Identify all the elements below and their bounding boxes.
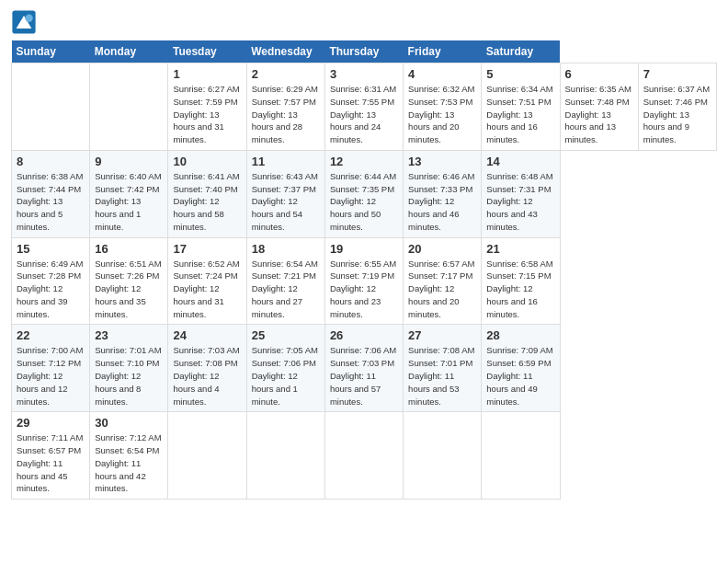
calendar-cell: 19Sunrise: 6:55 AMSunset: 7:19 PMDayligh… bbox=[324, 237, 403, 325]
day-info: Sunrise: 6:57 AMSunset: 7:17 PMDaylight:… bbox=[408, 258, 476, 321]
week-row-3: 15Sunrise: 6:49 AMSunset: 7:28 PMDayligh… bbox=[12, 237, 717, 325]
day-number: 14 bbox=[486, 155, 554, 168]
day-info: Sunrise: 6:43 AMSunset: 7:37 PMDaylight:… bbox=[252, 170, 320, 234]
day-info: Sunrise: 6:27 AMSunset: 7:59 PMDaylight:… bbox=[173, 83, 241, 146]
calendar-cell: 15Sunrise: 6:49 AMSunset: 7:28 PMDayligh… bbox=[12, 237, 90, 325]
calendar-cell: 12Sunrise: 6:44 AMSunset: 7:35 PMDayligh… bbox=[324, 150, 403, 237]
day-info: Sunrise: 6:58 AMSunset: 7:15 PMDaylight:… bbox=[486, 258, 554, 321]
day-number: 9 bbox=[95, 155, 163, 168]
day-number: 27 bbox=[408, 328, 476, 342]
calendar-cell: 1Sunrise: 6:27 AMSunset: 7:59 PMDaylight… bbox=[168, 63, 246, 151]
calendar-cell: 27Sunrise: 7:08 AMSunset: 7:01 PMDayligh… bbox=[404, 325, 482, 412]
day-info: Sunrise: 6:31 AMSunset: 7:55 PMDaylight:… bbox=[330, 83, 398, 146]
day-number: 15 bbox=[17, 242, 85, 256]
day-info: Sunrise: 6:55 AMSunset: 7:19 PMDaylight:… bbox=[330, 258, 398, 321]
calendar-cell: 8Sunrise: 6:38 AMSunset: 7:44 PMDaylight… bbox=[12, 150, 90, 237]
day-number: 22 bbox=[17, 328, 85, 342]
day-info: Sunrise: 7:05 AMSunset: 7:06 PMDaylight:… bbox=[252, 344, 320, 408]
page-header bbox=[11, 9, 717, 35]
calendar-cell: 29Sunrise: 7:11 AMSunset: 6:57 PMDayligh… bbox=[12, 412, 90, 500]
day-info: Sunrise: 6:49 AMSunset: 7:28 PMDaylight:… bbox=[17, 258, 85, 321]
day-info: Sunrise: 6:41 AMSunset: 7:40 PMDaylight:… bbox=[173, 170, 241, 234]
day-number: 6 bbox=[565, 67, 633, 81]
calendar-cell: 20Sunrise: 6:57 AMSunset: 7:17 PMDayligh… bbox=[404, 237, 482, 325]
calendar-cell: 17Sunrise: 6:52 AMSunset: 7:24 PMDayligh… bbox=[168, 237, 246, 325]
calendar-cell bbox=[90, 63, 168, 151]
logo-icon bbox=[11, 9, 37, 35]
day-number: 25 bbox=[252, 328, 320, 342]
day-info: Sunrise: 6:44 AMSunset: 7:35 PMDaylight:… bbox=[330, 170, 398, 234]
day-number: 11 bbox=[252, 155, 320, 168]
day-info: Sunrise: 7:11 AMSunset: 6:57 PMDaylight:… bbox=[17, 431, 85, 495]
header-row: SundayMondayTuesdayWednesdayThursdayFrid… bbox=[12, 40, 717, 63]
svg-point-2 bbox=[25, 15, 32, 22]
day-number: 29 bbox=[17, 416, 85, 430]
day-number: 5 bbox=[486, 67, 554, 81]
day-number: 2 bbox=[252, 67, 320, 81]
calendar-cell bbox=[168, 412, 246, 500]
calendar-cell: 11Sunrise: 6:43 AMSunset: 7:37 PMDayligh… bbox=[246, 150, 324, 237]
day-info: Sunrise: 6:38 AMSunset: 7:44 PMDaylight:… bbox=[17, 170, 85, 234]
col-header-friday: Friday bbox=[404, 40, 482, 63]
day-number: 13 bbox=[408, 155, 476, 168]
day-info: Sunrise: 7:06 AMSunset: 7:03 PMDaylight:… bbox=[330, 344, 398, 408]
calendar-cell: 28Sunrise: 7:09 AMSunset: 6:59 PMDayligh… bbox=[482, 325, 560, 412]
day-info: Sunrise: 7:01 AMSunset: 7:10 PMDaylight:… bbox=[95, 344, 163, 408]
calendar-cell bbox=[246, 412, 324, 500]
day-number: 10 bbox=[173, 155, 241, 168]
day-info: Sunrise: 6:48 AMSunset: 7:31 PMDaylight:… bbox=[486, 170, 554, 234]
day-number: 20 bbox=[408, 242, 476, 256]
col-header-thursday: Thursday bbox=[324, 40, 403, 63]
calendar-cell bbox=[404, 412, 482, 500]
day-number: 24 bbox=[173, 328, 241, 342]
week-row-5: 29Sunrise: 7:11 AMSunset: 6:57 PMDayligh… bbox=[12, 412, 717, 500]
day-info: Sunrise: 6:51 AMSunset: 7:26 PMDaylight:… bbox=[95, 258, 163, 321]
col-header-tuesday: Tuesday bbox=[168, 40, 246, 63]
calendar-cell: 9Sunrise: 6:40 AMSunset: 7:42 PMDaylight… bbox=[90, 150, 168, 237]
week-row-1: 1Sunrise: 6:27 AMSunset: 7:59 PMDaylight… bbox=[12, 63, 717, 151]
calendar-cell: 25Sunrise: 7:05 AMSunset: 7:06 PMDayligh… bbox=[246, 325, 324, 412]
logo bbox=[11, 9, 40, 35]
calendar-cell: 18Sunrise: 6:54 AMSunset: 7:21 PMDayligh… bbox=[246, 237, 324, 325]
day-info: Sunrise: 6:32 AMSunset: 7:53 PMDaylight:… bbox=[408, 83, 476, 146]
calendar-cell: 6Sunrise: 6:35 AMSunset: 7:48 PMDaylight… bbox=[560, 63, 638, 151]
day-number: 12 bbox=[330, 155, 398, 168]
day-number: 7 bbox=[643, 67, 711, 81]
day-info: Sunrise: 7:00 AMSunset: 7:12 PMDaylight:… bbox=[17, 344, 85, 408]
week-row-4: 22Sunrise: 7:00 AMSunset: 7:12 PMDayligh… bbox=[12, 325, 717, 412]
day-number: 26 bbox=[330, 328, 398, 342]
day-number: 1 bbox=[173, 67, 241, 81]
day-info: Sunrise: 7:03 AMSunset: 7:08 PMDaylight:… bbox=[173, 344, 241, 408]
col-header-wednesday: Wednesday bbox=[246, 40, 324, 63]
calendar-cell: 23Sunrise: 7:01 AMSunset: 7:10 PMDayligh… bbox=[90, 325, 168, 412]
day-number: 19 bbox=[330, 242, 398, 256]
day-number: 30 bbox=[95, 416, 163, 430]
calendar-cell: 14Sunrise: 6:48 AMSunset: 7:31 PMDayligh… bbox=[482, 150, 560, 237]
day-number: 23 bbox=[95, 328, 163, 342]
calendar-cell: 16Sunrise: 6:51 AMSunset: 7:26 PMDayligh… bbox=[90, 237, 168, 325]
day-info: Sunrise: 7:08 AMSunset: 7:01 PMDaylight:… bbox=[408, 344, 476, 408]
calendar-cell: 7Sunrise: 6:37 AMSunset: 7:46 PMDaylight… bbox=[638, 63, 716, 151]
day-number: 28 bbox=[486, 328, 554, 342]
col-header-monday: Monday bbox=[90, 40, 168, 63]
day-info: Sunrise: 6:37 AMSunset: 7:46 PMDaylight:… bbox=[643, 83, 711, 146]
day-number: 17 bbox=[173, 242, 241, 256]
calendar-cell bbox=[482, 412, 560, 500]
calendar-table: SundayMondayTuesdayWednesdayThursdayFrid… bbox=[11, 40, 717, 500]
col-header-sunday: Sunday bbox=[12, 40, 90, 63]
day-number: 3 bbox=[330, 67, 398, 81]
day-info: Sunrise: 6:35 AMSunset: 7:48 PMDaylight:… bbox=[565, 83, 633, 146]
day-info: Sunrise: 6:46 AMSunset: 7:33 PMDaylight:… bbox=[408, 170, 476, 234]
calendar-cell: 30Sunrise: 7:12 AMSunset: 6:54 PMDayligh… bbox=[90, 412, 168, 500]
col-header-saturday: Saturday bbox=[482, 40, 560, 63]
day-info: Sunrise: 7:09 AMSunset: 6:59 PMDaylight:… bbox=[486, 344, 554, 408]
week-row-2: 8Sunrise: 6:38 AMSunset: 7:44 PMDaylight… bbox=[12, 150, 717, 237]
calendar-cell bbox=[12, 63, 90, 151]
day-info: Sunrise: 6:34 AMSunset: 7:51 PMDaylight:… bbox=[486, 83, 554, 146]
calendar-cell: 5Sunrise: 6:34 AMSunset: 7:51 PMDaylight… bbox=[482, 63, 560, 151]
day-info: Sunrise: 7:12 AMSunset: 6:54 PMDaylight:… bbox=[95, 431, 163, 495]
day-number: 8 bbox=[17, 155, 85, 168]
calendar-cell: 3Sunrise: 6:31 AMSunset: 7:55 PMDaylight… bbox=[324, 63, 403, 151]
day-info: Sunrise: 6:40 AMSunset: 7:42 PMDaylight:… bbox=[95, 170, 163, 234]
day-number: 18 bbox=[252, 242, 320, 256]
